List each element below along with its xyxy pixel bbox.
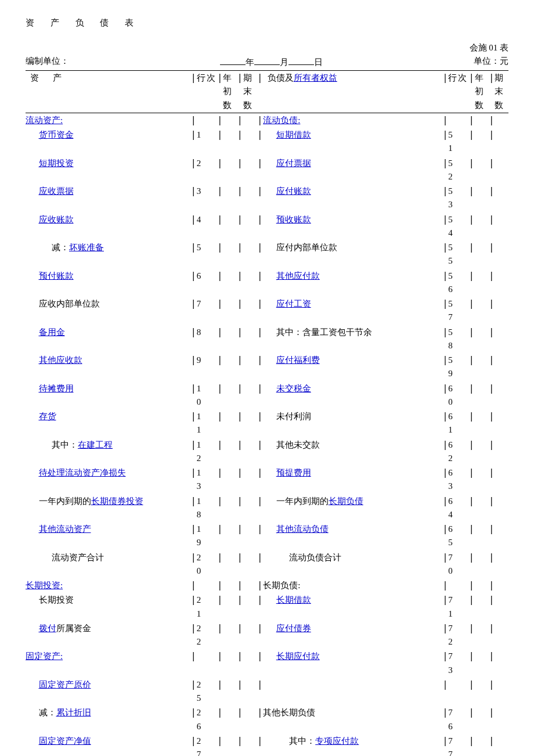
form-number-row: 会施 01 表 (26, 42, 508, 53)
liab-rownum: 6 4 (448, 494, 468, 523)
link[interactable]: 应收票据 (39, 186, 74, 196)
table-row: 长期投资:||||长期负债:||| (26, 578, 508, 593)
liab-begin (475, 269, 489, 297)
page-title: 资 产 负 债 表 (26, 17, 508, 28)
liab-end (495, 734, 508, 756)
asset-begin (223, 353, 237, 381)
link[interactable]: 流动负债: (263, 116, 300, 125)
link[interactable]: 其他流动资产 (39, 524, 91, 534)
table-row: 长期投资|2 1|||长期借款|7 1|| (26, 593, 508, 621)
link[interactable]: 固定资产原价 (39, 680, 91, 689)
link[interactable]: 在建工程 (78, 440, 113, 449)
link[interactable]: 短期借款 (276, 130, 311, 139)
table-row: 减：累计折旧|2 6|||其他长期负债|7 6|| (26, 705, 508, 734)
link[interactable]: 长期应付款 (276, 651, 320, 661)
link[interactable]: 拨付 (39, 624, 56, 633)
liab-begin (475, 649, 489, 678)
link[interactable]: 预提费用 (276, 468, 311, 477)
table-row: 流动资产:||||流动负债:||| (26, 113, 508, 128)
asset-rownum: 7 (197, 297, 217, 325)
asset-rownum: 1 1 (197, 409, 217, 438)
link[interactable]: 其他应收款 (39, 355, 82, 365)
liab-cell: 应付内部单位款 (263, 240, 442, 269)
link[interactable]: 备用金 (39, 327, 65, 337)
link[interactable]: 应付工资 (276, 299, 311, 308)
link[interactable]: 未交税金 (276, 384, 311, 393)
liab-end (495, 705, 508, 734)
link[interactable]: 流动资产: (26, 116, 63, 125)
asset-begin (223, 381, 237, 410)
link[interactable]: 长期投资: (26, 581, 63, 590)
hdr-end2: 期末数 (495, 71, 508, 113)
link[interactable]: 待摊费用 (39, 384, 74, 393)
table-row: 固定资产净值|2 7|||其中：专项应付款|7 7|| (26, 734, 508, 756)
table-row: 固定资产原价|2 5|||||| (26, 678, 508, 706)
asset-begin (223, 593, 237, 621)
hdr-row2: 行次 (448, 71, 468, 113)
table-row: 其中：在建工程|1 2|||其他未交款|6 2|| (26, 438, 508, 466)
link[interactable]: 长期负债 (329, 496, 363, 506)
liab-rownum (448, 578, 468, 593)
link[interactable]: 待处理流动资产净损失 (39, 468, 126, 477)
link[interactable]: 累计折旧 (56, 708, 91, 717)
link[interactable]: 应付账款 (276, 186, 311, 196)
liab-cell: 长期应付款 (263, 649, 442, 678)
asset-end (243, 438, 257, 466)
liab-begin (475, 213, 489, 241)
asset-rownum: 1 9 (197, 522, 217, 550)
liab-cell: 应付工资 (263, 297, 442, 325)
asset-end (243, 494, 257, 523)
hdr-end: 期末数 (243, 71, 257, 113)
table-row: 预付账款|6|||其他应付款|5 6|| (26, 269, 508, 297)
link[interactable]: 存货 (39, 412, 56, 421)
link[interactable]: 预付账款 (39, 271, 74, 280)
link[interactable]: 长期借款 (276, 595, 311, 604)
asset-begin (223, 184, 237, 213)
link[interactable]: 应付福利费 (276, 355, 320, 365)
link[interactable]: 固定资产净值 (39, 736, 91, 746)
hdr-begin: 年初数 (223, 71, 237, 113)
asset-begin (223, 494, 237, 523)
liab-rownum: 6 0 (448, 381, 468, 410)
asset-rownum: 2 7 (197, 734, 217, 756)
asset-end (243, 649, 257, 678)
asset-begin (223, 438, 237, 466)
asset-begin (223, 297, 237, 325)
asset-end (243, 466, 257, 494)
asset-end (243, 156, 257, 185)
liab-begin (475, 621, 489, 650)
asset-end (243, 550, 257, 579)
link[interactable]: 专项应付款 (315, 736, 359, 746)
asset-end (243, 593, 257, 621)
liab-begin (475, 550, 489, 579)
link[interactable]: 其他应付款 (276, 271, 320, 280)
table-row: 待摊费用|1 0|||未交税金|6 0|| (26, 381, 508, 410)
link[interactable]: 其他流动负债 (276, 524, 329, 534)
liab-cell: 未付利润 (263, 409, 442, 438)
link[interactable]: 应付债券 (276, 624, 311, 633)
link[interactable]: 应付票据 (276, 159, 311, 168)
asset-end (243, 621, 257, 650)
table-row: 应收票据|3|||应付账款|5 3|| (26, 184, 508, 213)
link[interactable]: 预收账款 (276, 215, 311, 224)
table-row: 备用金|8|||其中：含量工资包干节余|5 8|| (26, 325, 508, 354)
asset-cell: 长期投资 (26, 593, 190, 621)
liab-end (495, 649, 508, 678)
asset-end (243, 381, 257, 410)
hdr-liab: 负债及所有者权益 (263, 71, 442, 113)
owner-equity-link[interactable]: 所有者权益 (294, 73, 337, 82)
liab-rownum: 5 5 (448, 240, 468, 269)
link[interactable]: 货币资金 (39, 130, 74, 139)
table-row: 其他应收款|9|||应付福利费|5 9|| (26, 353, 508, 381)
link[interactable]: 长期债券投资 (91, 496, 143, 506)
liab-cell: 预收账款 (263, 213, 442, 241)
link[interactable]: 应收账款 (39, 215, 74, 224)
liab-end (495, 522, 508, 550)
asset-end (243, 240, 257, 269)
asset-begin (223, 409, 237, 438)
link[interactable]: 固定资产: (26, 651, 63, 661)
liab-begin (475, 184, 489, 213)
link[interactable]: 短期投资 (39, 159, 74, 168)
asset-cell: 一年内到期的长期债券投资 (26, 494, 190, 523)
link[interactable]: 坏账准备 (69, 243, 104, 252)
